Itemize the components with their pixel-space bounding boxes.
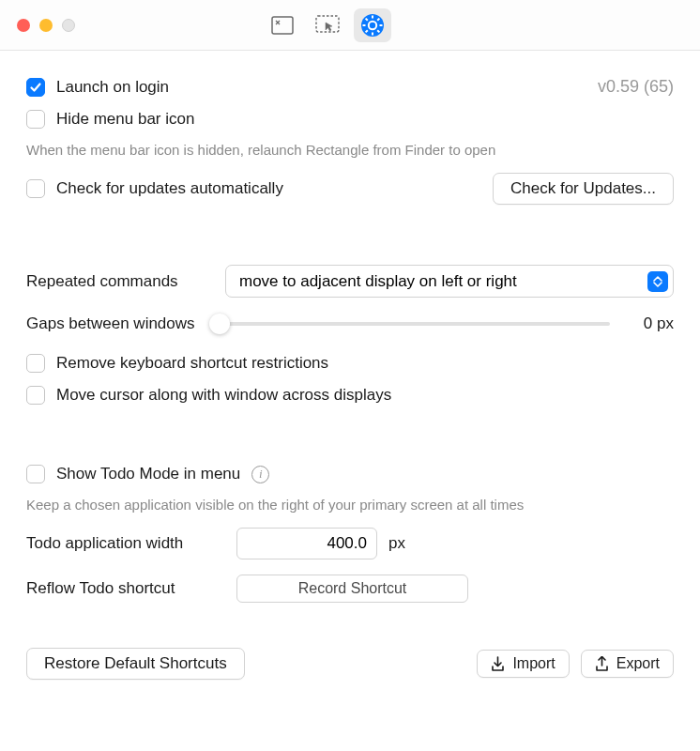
export-icon xyxy=(595,656,609,672)
restore-defaults-button[interactable]: Restore Default Shortcuts xyxy=(26,648,245,680)
todo-width-unit: px xyxy=(388,534,405,553)
tab-settings[interactable] xyxy=(354,8,391,42)
gear-icon xyxy=(360,13,385,38)
launch-on-login-checkbox[interactable] xyxy=(26,78,45,97)
close-window-button[interactable] xyxy=(17,19,30,32)
launch-on-login-label: Launch on login xyxy=(56,78,169,97)
move-cursor-checkbox[interactable] xyxy=(26,386,45,405)
remove-shortcut-restrictions-label: Remove keyboard shortcut restrictions xyxy=(56,354,328,373)
traffic-lights xyxy=(17,19,75,32)
tab-window-layout[interactable] xyxy=(264,8,301,42)
window-layout-icon xyxy=(271,16,294,35)
show-todo-label: Show Todo Mode in menu xyxy=(56,465,240,483)
slider-thumb[interactable] xyxy=(209,314,230,334)
todo-width-input[interactable] xyxy=(236,528,377,559)
import-icon xyxy=(491,656,505,672)
cursor-icon xyxy=(315,15,340,36)
check-updates-button[interactable]: Check for Updates... xyxy=(493,173,674,205)
move-cursor-label: Move cursor along with window across dis… xyxy=(56,386,391,405)
gaps-slider[interactable] xyxy=(220,322,610,326)
hide-menubar-label: Hide menu bar icon xyxy=(56,110,194,129)
minimize-window-button[interactable] xyxy=(39,19,53,32)
repeated-commands-select-wrap: move to adjacent display on left or righ… xyxy=(225,265,674,298)
gaps-label: Gaps between windows xyxy=(26,314,195,333)
hide-menubar-checkbox[interactable] xyxy=(26,110,45,129)
info-icon[interactable]: i xyxy=(251,466,269,483)
import-button[interactable]: Import xyxy=(477,650,569,678)
import-label: Import xyxy=(512,655,555,672)
zoom-window-button[interactable] xyxy=(62,19,75,32)
record-shortcut-button[interactable]: Record Shortcut xyxy=(236,575,468,603)
tab-cursor[interactable] xyxy=(309,8,346,42)
remove-shortcut-restrictions-checkbox[interactable] xyxy=(26,354,45,373)
todo-hint: Keep a chosen application visible on the… xyxy=(26,497,674,513)
repeated-commands-label: Repeated commands xyxy=(26,272,214,291)
svg-rect-0 xyxy=(272,17,293,34)
todo-width-label: Todo application width xyxy=(26,534,225,553)
auto-updates-checkbox[interactable] xyxy=(26,179,45,198)
hide-menubar-hint: When the menu bar icon is hidden, relaun… xyxy=(26,142,674,158)
gaps-value: 0 px xyxy=(634,314,674,333)
reflow-label: Reflow Todo shortcut xyxy=(26,579,225,598)
show-todo-checkbox[interactable] xyxy=(26,465,45,483)
export-label: Export xyxy=(616,655,660,672)
titlebar xyxy=(0,0,700,51)
version-label: v0.59 (65) xyxy=(598,77,674,97)
repeated-commands-select[interactable]: move to adjacent display on left or righ… xyxy=(225,265,674,298)
settings-content: Launch on login v0.59 (65) Hide menu bar… xyxy=(0,51,700,751)
export-button[interactable]: Export xyxy=(581,650,674,678)
auto-updates-label: Check for updates automatically xyxy=(56,179,283,198)
toolbar-tabs xyxy=(264,8,391,42)
